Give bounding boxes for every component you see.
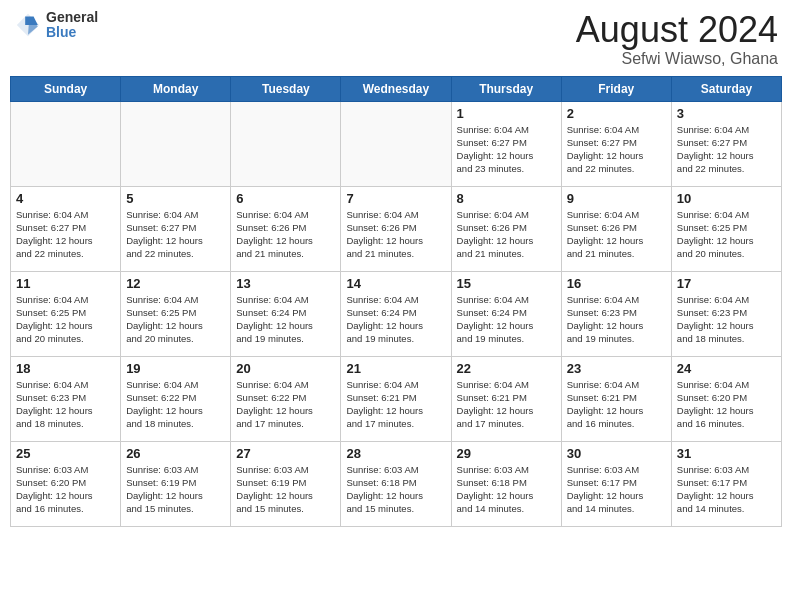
day-info: Sunrise: 6:04 AMSunset: 6:21 PMDaylight:…	[567, 378, 666, 431]
svg-marker-2	[25, 17, 38, 25]
day-number: 11	[16, 276, 115, 291]
sub-title: Sefwi Wiawso, Ghana	[576, 50, 778, 68]
day-number: 24	[677, 361, 776, 376]
day-number: 1	[457, 106, 556, 121]
calendar-day-cell: 14Sunrise: 6:04 AMSunset: 6:24 PMDayligh…	[341, 271, 451, 356]
calendar-day-cell	[231, 101, 341, 186]
day-info: Sunrise: 6:04 AMSunset: 6:26 PMDaylight:…	[236, 208, 335, 261]
title-block: August 2024 Sefwi Wiawso, Ghana	[576, 10, 778, 68]
day-info: Sunrise: 6:04 AMSunset: 6:24 PMDaylight:…	[457, 293, 556, 346]
day-number: 6	[236, 191, 335, 206]
day-info: Sunrise: 6:03 AMSunset: 6:18 PMDaylight:…	[457, 463, 556, 516]
day-info: Sunrise: 6:04 AMSunset: 6:25 PMDaylight:…	[16, 293, 115, 346]
calendar-week-row: 4Sunrise: 6:04 AMSunset: 6:27 PMDaylight…	[11, 186, 782, 271]
day-info: Sunrise: 6:04 AMSunset: 6:22 PMDaylight:…	[236, 378, 335, 431]
day-info: Sunrise: 6:03 AMSunset: 6:20 PMDaylight:…	[16, 463, 115, 516]
calendar-day-cell: 20Sunrise: 6:04 AMSunset: 6:22 PMDayligh…	[231, 356, 341, 441]
day-info: Sunrise: 6:04 AMSunset: 6:25 PMDaylight:…	[126, 293, 225, 346]
day-number: 31	[677, 446, 776, 461]
calendar-day-cell: 24Sunrise: 6:04 AMSunset: 6:20 PMDayligh…	[671, 356, 781, 441]
calendar-day-cell: 4Sunrise: 6:04 AMSunset: 6:27 PMDaylight…	[11, 186, 121, 271]
calendar-week-row: 1Sunrise: 6:04 AMSunset: 6:27 PMDaylight…	[11, 101, 782, 186]
calendar-day-cell: 3Sunrise: 6:04 AMSunset: 6:27 PMDaylight…	[671, 101, 781, 186]
calendar-day-cell: 26Sunrise: 6:03 AMSunset: 6:19 PMDayligh…	[121, 441, 231, 526]
day-info: Sunrise: 6:04 AMSunset: 6:27 PMDaylight:…	[16, 208, 115, 261]
calendar-week-row: 18Sunrise: 6:04 AMSunset: 6:23 PMDayligh…	[11, 356, 782, 441]
weekday-header: Wednesday	[341, 76, 451, 101]
calendar-day-cell: 13Sunrise: 6:04 AMSunset: 6:24 PMDayligh…	[231, 271, 341, 356]
day-number: 29	[457, 446, 556, 461]
day-info: Sunrise: 6:04 AMSunset: 6:21 PMDaylight:…	[346, 378, 445, 431]
calendar-day-cell: 12Sunrise: 6:04 AMSunset: 6:25 PMDayligh…	[121, 271, 231, 356]
day-info: Sunrise: 6:04 AMSunset: 6:23 PMDaylight:…	[16, 378, 115, 431]
calendar-day-cell: 23Sunrise: 6:04 AMSunset: 6:21 PMDayligh…	[561, 356, 671, 441]
calendar-day-cell: 29Sunrise: 6:03 AMSunset: 6:18 PMDayligh…	[451, 441, 561, 526]
calendar-day-cell: 21Sunrise: 6:04 AMSunset: 6:21 PMDayligh…	[341, 356, 451, 441]
logo-icon	[14, 11, 42, 39]
day-info: Sunrise: 6:04 AMSunset: 6:22 PMDaylight:…	[126, 378, 225, 431]
calendar-day-cell: 9Sunrise: 6:04 AMSunset: 6:26 PMDaylight…	[561, 186, 671, 271]
calendar-day-cell: 17Sunrise: 6:04 AMSunset: 6:23 PMDayligh…	[671, 271, 781, 356]
day-info: Sunrise: 6:04 AMSunset: 6:27 PMDaylight:…	[457, 123, 556, 176]
weekday-header: Thursday	[451, 76, 561, 101]
calendar-day-cell: 2Sunrise: 6:04 AMSunset: 6:27 PMDaylight…	[561, 101, 671, 186]
weekday-header: Tuesday	[231, 76, 341, 101]
calendar-day-cell: 28Sunrise: 6:03 AMSunset: 6:18 PMDayligh…	[341, 441, 451, 526]
calendar-day-cell: 31Sunrise: 6:03 AMSunset: 6:17 PMDayligh…	[671, 441, 781, 526]
calendar-day-cell: 6Sunrise: 6:04 AMSunset: 6:26 PMDaylight…	[231, 186, 341, 271]
day-info: Sunrise: 6:03 AMSunset: 6:18 PMDaylight:…	[346, 463, 445, 516]
day-info: Sunrise: 6:03 AMSunset: 6:19 PMDaylight:…	[236, 463, 335, 516]
day-number: 20	[236, 361, 335, 376]
day-number: 28	[346, 446, 445, 461]
calendar-day-cell: 25Sunrise: 6:03 AMSunset: 6:20 PMDayligh…	[11, 441, 121, 526]
day-info: Sunrise: 6:04 AMSunset: 6:20 PMDaylight:…	[677, 378, 776, 431]
calendar-day-cell: 7Sunrise: 6:04 AMSunset: 6:26 PMDaylight…	[341, 186, 451, 271]
day-number: 23	[567, 361, 666, 376]
logo: General Blue	[14, 10, 98, 41]
main-title: August 2024	[576, 10, 778, 50]
day-number: 12	[126, 276, 225, 291]
calendar-day-cell: 18Sunrise: 6:04 AMSunset: 6:23 PMDayligh…	[11, 356, 121, 441]
day-info: Sunrise: 6:04 AMSunset: 6:23 PMDaylight:…	[567, 293, 666, 346]
day-info: Sunrise: 6:04 AMSunset: 6:23 PMDaylight:…	[677, 293, 776, 346]
calendar-day-cell: 8Sunrise: 6:04 AMSunset: 6:26 PMDaylight…	[451, 186, 561, 271]
day-number: 16	[567, 276, 666, 291]
calendar-week-row: 25Sunrise: 6:03 AMSunset: 6:20 PMDayligh…	[11, 441, 782, 526]
page-header: General Blue August 2024 Sefwi Wiawso, G…	[10, 10, 782, 68]
day-number: 30	[567, 446, 666, 461]
day-info: Sunrise: 6:03 AMSunset: 6:19 PMDaylight:…	[126, 463, 225, 516]
day-number: 27	[236, 446, 335, 461]
day-info: Sunrise: 6:04 AMSunset: 6:21 PMDaylight:…	[457, 378, 556, 431]
day-info: Sunrise: 6:04 AMSunset: 6:26 PMDaylight:…	[457, 208, 556, 261]
day-number: 13	[236, 276, 335, 291]
calendar-day-cell: 30Sunrise: 6:03 AMSunset: 6:17 PMDayligh…	[561, 441, 671, 526]
day-info: Sunrise: 6:04 AMSunset: 6:27 PMDaylight:…	[126, 208, 225, 261]
logo-text: General Blue	[46, 10, 98, 41]
day-number: 7	[346, 191, 445, 206]
calendar-day-cell: 5Sunrise: 6:04 AMSunset: 6:27 PMDaylight…	[121, 186, 231, 271]
weekday-header: Saturday	[671, 76, 781, 101]
weekday-header: Monday	[121, 76, 231, 101]
day-info: Sunrise: 6:03 AMSunset: 6:17 PMDaylight:…	[677, 463, 776, 516]
day-number: 22	[457, 361, 556, 376]
day-info: Sunrise: 6:04 AMSunset: 6:26 PMDaylight:…	[567, 208, 666, 261]
calendar-day-cell: 27Sunrise: 6:03 AMSunset: 6:19 PMDayligh…	[231, 441, 341, 526]
day-number: 21	[346, 361, 445, 376]
day-number: 18	[16, 361, 115, 376]
logo-blue-label: Blue	[46, 25, 98, 40]
calendar-header-row: SundayMondayTuesdayWednesdayThursdayFrid…	[11, 76, 782, 101]
day-info: Sunrise: 6:04 AMSunset: 6:25 PMDaylight:…	[677, 208, 776, 261]
calendar-day-cell: 19Sunrise: 6:04 AMSunset: 6:22 PMDayligh…	[121, 356, 231, 441]
day-info: Sunrise: 6:04 AMSunset: 6:24 PMDaylight:…	[346, 293, 445, 346]
day-number: 2	[567, 106, 666, 121]
day-number: 15	[457, 276, 556, 291]
day-number: 19	[126, 361, 225, 376]
calendar-day-cell	[121, 101, 231, 186]
day-info: Sunrise: 6:03 AMSunset: 6:17 PMDaylight:…	[567, 463, 666, 516]
day-info: Sunrise: 6:04 AMSunset: 6:26 PMDaylight:…	[346, 208, 445, 261]
day-number: 5	[126, 191, 225, 206]
day-number: 17	[677, 276, 776, 291]
day-number: 4	[16, 191, 115, 206]
calendar-day-cell: 1Sunrise: 6:04 AMSunset: 6:27 PMDaylight…	[451, 101, 561, 186]
calendar-day-cell	[341, 101, 451, 186]
